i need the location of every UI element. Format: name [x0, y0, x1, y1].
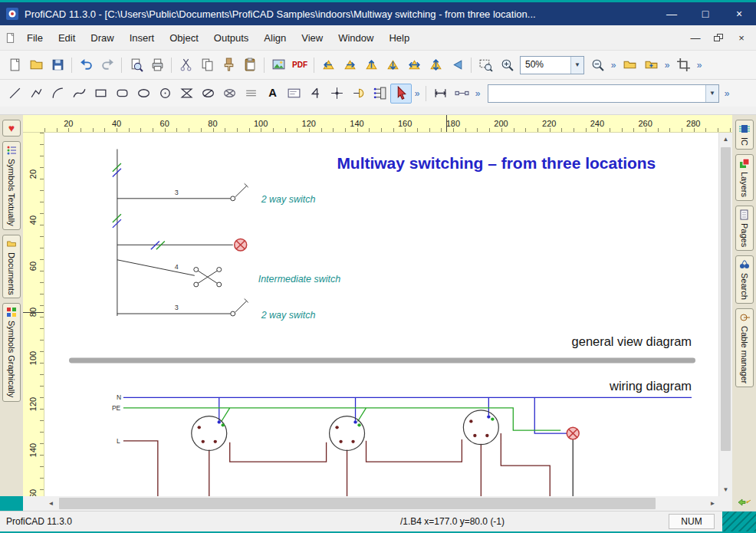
align-top-button[interactable]	[360, 55, 382, 75]
connection-point-button[interactable]	[326, 84, 347, 104]
save-button[interactable]	[47, 55, 68, 75]
toolbar-overflow-chevron[interactable]: »	[662, 60, 672, 71]
wire-lines[interactable]	[117, 149, 233, 315]
menu-item[interactable]: Outputs	[206, 28, 257, 48]
wiring-diagram[interactable]: N PE L	[112, 393, 692, 496]
maximize-button[interactable]: □	[689, 2, 722, 25]
navigate-arrows-icon[interactable]	[738, 496, 751, 508]
toolbar-overflow-chevron[interactable]: »	[472, 88, 483, 99]
minimize-button[interactable]: —	[655, 2, 689, 25]
tab-pages[interactable]: Pages	[735, 206, 754, 251]
pointer-button[interactable]	[390, 84, 412, 104]
menu-item[interactable]: Window	[330, 28, 381, 48]
tab-cable-manager[interactable]: Cable manager	[735, 308, 754, 387]
menu-item[interactable]: Object	[162, 28, 206, 48]
mdi-minimize-button[interactable]: —	[685, 29, 705, 46]
menu-item[interactable]: Align	[256, 28, 294, 48]
switch-symbol-top[interactable]	[231, 183, 248, 200]
redo-button[interactable]	[97, 55, 118, 75]
section-divider[interactable]	[69, 358, 695, 364]
pe-wire[interactable]	[123, 408, 560, 430]
zoom-in-button[interactable]	[496, 55, 518, 75]
wiring-caption[interactable]: wiring diagram	[609, 380, 692, 393]
crop-button[interactable]	[672, 55, 694, 75]
export-image-button[interactable]	[268, 55, 289, 75]
send-backward-button[interactable]	[446, 55, 468, 75]
menu-item[interactable]: View	[294, 28, 330, 48]
vertical-scrollbar[interactable]: ▲ ▼	[718, 133, 732, 496]
resize-horizontal-button[interactable]	[403, 55, 425, 75]
horizontal-scroll-thumb[interactable]	[59, 498, 656, 509]
tab-favorites[interactable]: ♥	[2, 120, 21, 137]
export-pdf-button[interactable]: PDF	[289, 55, 311, 75]
polygon-button[interactable]	[176, 84, 197, 104]
junction-boxes[interactable]	[192, 410, 499, 451]
mdi-close-button[interactable]: ×	[731, 29, 751, 46]
resize-grip[interactable]	[722, 512, 756, 531]
neutral-wire[interactable]	[123, 397, 692, 433]
resize-vertical-button[interactable]	[425, 55, 446, 75]
symbol-search-combobox[interactable]: ▼	[488, 84, 719, 103]
drawing-canvas[interactable]: Multiway switching – from three location…	[44, 133, 718, 496]
menu-item[interactable]: File	[19, 28, 51, 48]
crossed-circle-button[interactable]	[219, 84, 240, 104]
zoom-level-combobox[interactable]: 50% ▼	[520, 56, 584, 74]
paste-button[interactable]	[239, 55, 261, 75]
tab-search[interactable]: Search	[735, 255, 754, 304]
gate-button[interactable]	[304, 84, 326, 104]
circle-button[interactable]	[154, 84, 176, 104]
menu-item[interactable]: Draw	[83, 28, 121, 48]
scroll-up-arrow[interactable]: ▲	[719, 133, 732, 146]
horizontal-scrollbar[interactable]: ◄ ►	[44, 496, 719, 511]
mdi-restore-button[interactable]	[708, 29, 728, 46]
scroll-right-arrow[interactable]: ►	[706, 496, 719, 511]
dropdown-arrow-icon[interactable]: ▼	[570, 57, 583, 74]
polyline-button[interactable]	[25, 84, 47, 104]
close-button[interactable]: ×	[722, 2, 756, 25]
tab-ic[interactable]: IC	[735, 120, 754, 150]
toolbar-overflow-chevron[interactable]: »	[721, 88, 732, 99]
connection-button[interactable]	[451, 84, 472, 104]
text-button[interactable]: A	[261, 84, 283, 104]
scroll-down-arrow[interactable]: ▼	[719, 483, 732, 496]
print-preview-button[interactable]	[125, 55, 146, 75]
toolbar-overflow-chevron[interactable]: »	[608, 60, 619, 71]
ellipse-button[interactable]	[133, 84, 154, 104]
undo-button[interactable]	[75, 55, 97, 75]
zoom-out-button[interactable]	[587, 55, 608, 75]
align-left-button[interactable]	[317, 55, 339, 75]
dropdown-arrow-icon[interactable]: ▼	[705, 85, 718, 102]
vertical-scroll-track[interactable]	[719, 146, 732, 483]
menu-item[interactable]: Help	[381, 28, 417, 48]
lamp-symbol[interactable]	[235, 239, 247, 251]
dimension-button[interactable]	[429, 84, 451, 104]
toolbar-overflow-chevron[interactable]: »	[412, 88, 422, 99]
menu-item[interactable]: Edit	[51, 28, 83, 48]
vertical-scroll-thumb[interactable]	[721, 147, 731, 451]
tab-documents[interactable]: Documents	[2, 235, 21, 299]
rounded-rectangle-button[interactable]	[111, 84, 133, 104]
tab-layers[interactable]: Layers	[735, 154, 754, 201]
toolbar-overflow-chevron[interactable]: »	[694, 60, 705, 71]
zoom-window-button[interactable]	[475, 55, 496, 75]
scroll-left-arrow[interactable]: ◄	[44, 496, 58, 511]
tab-symbols-textually[interactable]: Symbols Textually	[2, 141, 21, 230]
line-button[interactable]	[4, 84, 25, 104]
tab-symbols-graphically[interactable]: Symbols Graphically	[2, 303, 21, 401]
cut-button[interactable]	[175, 55, 196, 75]
folder-button[interactable]	[619, 55, 640, 75]
open-button[interactable]	[25, 55, 47, 75]
menu-item[interactable]: Insert	[122, 28, 163, 48]
ic-pin-button[interactable]	[369, 84, 390, 104]
line-wire[interactable]	[123, 433, 550, 496]
copy-button[interactable]	[196, 55, 218, 75]
arc-button[interactable]	[47, 84, 68, 104]
wiring-lamp-symbol[interactable]	[567, 427, 579, 439]
bezier-button[interactable]	[68, 84, 90, 104]
symbols-folder-button[interactable]	[640, 55, 662, 75]
format-painter-button[interactable]	[218, 55, 239, 75]
crossed-ellipse-button[interactable]	[197, 84, 219, 104]
contact-button[interactable]	[347, 84, 369, 104]
print-button[interactable]	[146, 55, 168, 75]
align-bottom-button[interactable]	[382, 55, 403, 75]
